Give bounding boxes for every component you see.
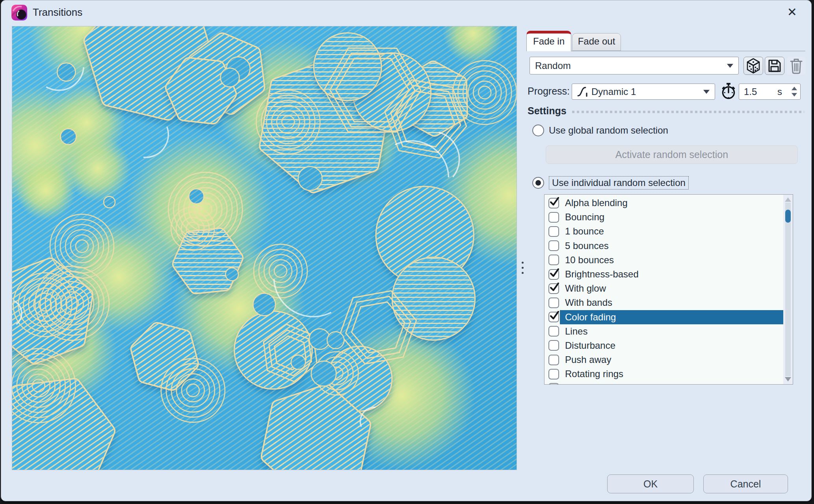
list-item[interactable]: Disturbance <box>545 338 783 353</box>
duration-spinner[interactable]: 1.5 s <box>739 84 801 100</box>
list-item[interactable]: With glow <box>545 281 783 296</box>
list-scrollbar[interactable] <box>783 195 793 384</box>
stopwatch-icon <box>721 82 736 100</box>
list-item-label: With glow <box>560 281 783 296</box>
checkbox-unchecked[interactable] <box>548 340 559 351</box>
list-item-label: 10 bounces <box>560 253 783 267</box>
checkbox-unchecked[interactable] <box>548 298 559 308</box>
delete-button[interactable] <box>787 57 806 75</box>
list-item[interactable]: Push away <box>545 353 783 367</box>
random-dice-button[interactable] <box>743 57 763 75</box>
list-item-label <box>560 381 783 385</box>
list-item[interactable]: Lines <box>545 324 783 338</box>
duration-value: 1.5 <box>739 86 757 97</box>
activate-random-button[interactable]: Activate random selection <box>546 145 798 164</box>
list-item[interactable]: Bouncing <box>545 210 783 224</box>
cancel-button[interactable]: Cancel <box>703 474 788 493</box>
list-item[interactable]: Brightness-based <box>545 267 783 281</box>
transition-list: Alpha blendingBouncing1 bounce5 bounces1… <box>544 194 793 385</box>
checkbox-unchecked[interactable] <box>548 369 559 379</box>
list-item-label: 5 bounces <box>560 239 783 253</box>
checkbox-unchecked[interactable] <box>548 383 559 385</box>
list-item-label: Disturbance <box>560 338 783 353</box>
list-item[interactable]: Alpha blending <box>545 196 783 210</box>
transitions-dialog: Transitions ✕ Fade in Fade out Random <box>1 0 812 501</box>
list-item[interactable]: Color fading <box>545 310 783 324</box>
list-item[interactable]: With bands <box>545 296 783 310</box>
scrollbar-track[interactable] <box>785 203 791 376</box>
list-item[interactable]: 1 bounce <box>545 224 783 238</box>
list-item-label: Alpha blending <box>560 196 783 210</box>
list-item-label: Brightness-based <box>560 267 783 281</box>
floppy-save-icon <box>767 58 782 73</box>
scroll-down-icon[interactable] <box>785 377 791 381</box>
window-title: Transitions <box>33 6 82 19</box>
progress-curve-combobox[interactable]: Dynamic 1 <box>572 84 715 100</box>
tab-fade-in[interactable]: Fade in <box>526 31 571 51</box>
radio-individual-label: Use individual random selection <box>549 176 689 190</box>
easing-curve-icon <box>577 86 588 98</box>
checkbox-unchecked[interactable] <box>548 226 559 237</box>
radio-global-random[interactable]: Use global random selection <box>532 125 668 136</box>
save-button[interactable] <box>765 57 784 75</box>
list-item-label: 1 bounce <box>560 224 783 238</box>
list-item-label: Color fading <box>560 310 783 324</box>
spin-up-icon[interactable] <box>792 87 797 90</box>
checkbox-unchecked[interactable] <box>548 212 559 223</box>
list-item[interactable]: 5 bounces <box>545 239 783 253</box>
curve-value: Dynamic 1 <box>591 86 636 97</box>
radio-circle-checked[interactable] <box>532 177 544 189</box>
close-icon[interactable]: ✕ <box>787 6 797 19</box>
radio-global-label: Use global random selection <box>549 125 668 136</box>
radio-circle[interactable] <box>532 125 544 136</box>
scroll-up-icon[interactable] <box>785 197 791 202</box>
dotted-divider <box>572 111 804 113</box>
list-item[interactable]: Rotating rings <box>545 367 783 381</box>
checkbox-checked[interactable] <box>548 198 559 208</box>
check-icon <box>549 197 560 207</box>
check-icon <box>549 268 560 279</box>
preset-combobox[interactable]: Random <box>530 57 739 74</box>
list-item[interactable]: 10 bounces <box>545 253 783 267</box>
list-item[interactable] <box>545 381 783 385</box>
list-item-label: Push away <box>560 353 783 367</box>
settings-panel: Fade in Fade out Random <box>526 31 805 389</box>
check-icon <box>549 311 560 321</box>
checkbox-unchecked[interactable] <box>548 355 559 365</box>
trash-icon <box>789 58 803 74</box>
transition-preview-image <box>12 26 517 470</box>
checkbox-checked[interactable] <box>548 269 559 280</box>
checkbox-checked[interactable] <box>548 312 559 322</box>
duration-unit: s <box>777 86 782 97</box>
progress-label: Progress: <box>528 86 570 97</box>
checkbox-unchecked[interactable] <box>548 326 559 337</box>
chevron-down-icon <box>727 64 733 68</box>
chevron-down-icon <box>703 90 710 94</box>
spinner-arrows[interactable] <box>792 84 797 99</box>
titlebar: Transitions ✕ <box>1 0 811 25</box>
list-item-label: Lines <box>560 324 783 338</box>
check-icon <box>549 282 560 293</box>
checkbox-unchecked[interactable] <box>548 255 559 265</box>
dice-icon <box>745 58 761 74</box>
spin-down-icon[interactable] <box>792 93 797 97</box>
list-item-label: With bands <box>560 296 783 310</box>
checkbox-unchecked[interactable] <box>548 240 559 251</box>
app-icon <box>11 5 27 20</box>
checkbox-checked[interactable] <box>548 283 559 294</box>
ok-button[interactable]: OK <box>607 474 694 493</box>
settings-header: Settings <box>528 105 804 117</box>
tab-fade-out[interactable]: Fade out <box>572 33 621 51</box>
preset-value: Random <box>535 60 571 71</box>
list-item-label: Bouncing <box>560 210 783 224</box>
splitter-handle[interactable] <box>519 255 526 280</box>
scrollbar-thumb[interactable] <box>785 210 791 223</box>
list-item-label: Rotating rings <box>560 367 783 381</box>
radio-individual-random[interactable]: Use individual random selection <box>532 176 689 190</box>
